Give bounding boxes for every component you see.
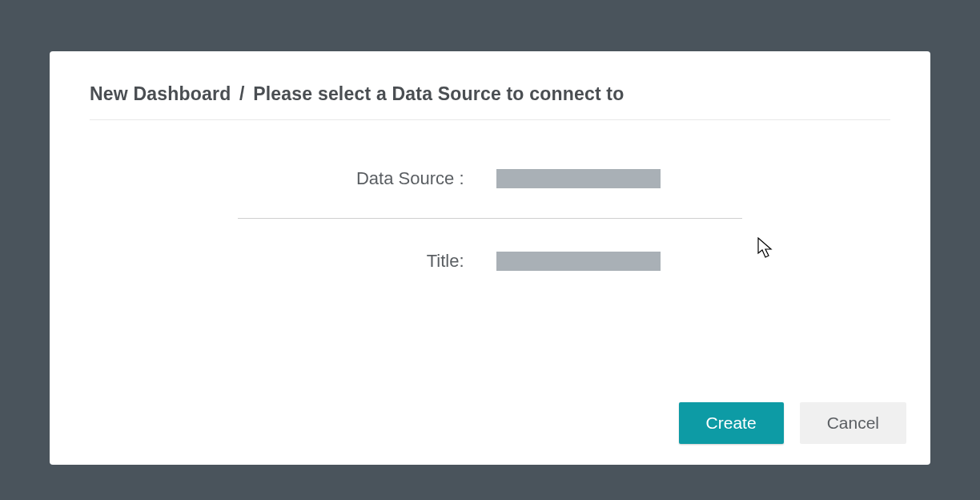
title-input[interactable] xyxy=(496,252,661,271)
form-divider xyxy=(238,218,742,219)
dialog-title: New Dashboard / Please select a Data Sou… xyxy=(90,83,890,120)
data-source-row: Data Source : xyxy=(90,168,890,189)
form-area: Data Source : Title: xyxy=(90,168,890,272)
new-dashboard-dialog: New Dashboard / Please select a Data Sou… xyxy=(50,51,930,465)
data-source-input[interactable] xyxy=(496,169,661,188)
title-label: Title: xyxy=(320,251,464,272)
cancel-button[interactable]: Cancel xyxy=(800,402,906,444)
title-row: Title: xyxy=(90,251,890,272)
breadcrumb-instruction: Please select a Data Source to connect t… xyxy=(253,83,624,104)
data-source-label: Data Source : xyxy=(320,168,464,189)
breadcrumb-dashboard: New Dashboard xyxy=(90,83,231,104)
create-button[interactable]: Create xyxy=(679,402,784,444)
breadcrumb-separator: / xyxy=(239,83,245,104)
dialog-button-row: Create Cancel xyxy=(679,402,906,444)
